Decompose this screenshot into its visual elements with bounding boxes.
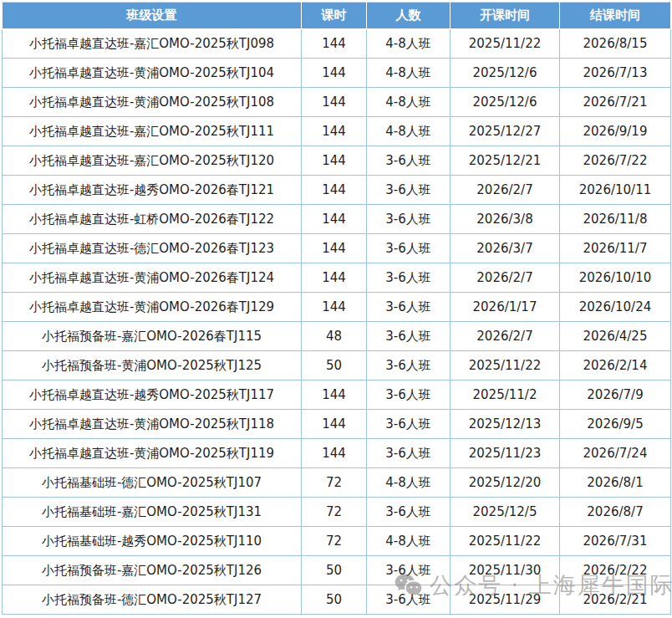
class-name-cell: 小托福卓越直达班-虹桥OMO-2026春TJ122 (3, 205, 302, 234)
end-date-cell: 2026/7/9 (560, 381, 671, 410)
start-date-cell: 2025/12/13 (451, 410, 560, 439)
end-date-cell: 2026/7/31 (560, 527, 671, 556)
table-row: 小托福卓越直达班-黄浦OMO-2025秋TJ1181443-6人班2025/12… (3, 410, 671, 439)
end-date-cell: 2026/11/8 (560, 205, 671, 234)
hours-cell: 144 (302, 88, 367, 117)
table-row: 小托福卓越直达班-虹桥OMO-2026春TJ1221443-6人班2026/3/… (3, 205, 671, 234)
class-size-cell: 3-6人班 (367, 322, 451, 351)
hours-cell: 144 (302, 59, 367, 88)
class-schedule-table: 班级设置课时人数开课时间结课时间 小托福卓越直达班-嘉汇OMO-2025秋TJ0… (2, 2, 671, 615)
class-size-cell: 4-8人班 (367, 117, 451, 146)
class-size-cell: 3-6人班 (367, 351, 451, 381)
start-date-cell: 2026/3/7 (451, 234, 560, 263)
start-date-cell: 2026/2/7 (451, 263, 560, 293)
class-name-cell: 小托福预备班-德汇OMO-2025秋TJ127 (3, 585, 302, 615)
class-size-cell: 3-6人班 (367, 410, 451, 439)
end-date-cell: 2026/10/11 (560, 176, 671, 205)
table-row: 小托福预备班-德汇OMO-2025秋TJ127503-6人班2025/11/29… (3, 585, 671, 615)
start-date-cell: 2026/2/7 (451, 176, 560, 205)
class-size-cell: 4-8人班 (367, 527, 451, 556)
class-size-cell: 3-6人班 (367, 176, 451, 205)
end-date-cell: 2026/7/13 (560, 59, 671, 88)
table-row: 小托福卓越直达班-黄浦OMO-2026春TJ1291443-6人班2026/1/… (3, 293, 671, 322)
hours-cell: 72 (302, 527, 367, 556)
start-date-cell: 2025/11/22 (451, 29, 560, 59)
end-date-cell: 2026/7/21 (560, 88, 671, 117)
column-header-hours: 课时 (302, 3, 367, 29)
class-size-cell: 3-6人班 (367, 439, 451, 468)
hours-cell: 144 (302, 439, 367, 468)
column-header-class-name: 班级设置 (3, 3, 302, 29)
class-size-cell: 4-8人班 (367, 59, 451, 88)
start-date-cell: 2025/12/20 (451, 468, 560, 498)
class-size-cell: 3-6人班 (367, 205, 451, 234)
class-size-cell: 3-6人班 (367, 146, 451, 176)
table-row: 小托福卓越直达班-越秀OMO-2026春TJ1211443-6人班2026/2/… (3, 176, 671, 205)
class-name-cell: 小托福卓越直达班-越秀OMO-2025秋TJ117 (3, 381, 302, 410)
class-size-cell: 3-6人班 (367, 234, 451, 263)
hours-cell: 144 (302, 234, 367, 263)
end-date-cell: 2026/7/24 (560, 439, 671, 468)
start-date-cell: 2025/11/30 (451, 556, 560, 585)
hours-cell: 50 (302, 351, 367, 381)
hours-cell: 144 (302, 117, 367, 146)
table-row: 小托福预备班-嘉汇OMO-2026春TJ115483-6人班2026/2/720… (3, 322, 671, 351)
start-date-cell: 2025/11/22 (451, 527, 560, 556)
hours-cell: 144 (302, 293, 367, 322)
class-name-cell: 小托福卓越直达班-黄浦OMO-2025秋TJ118 (3, 410, 302, 439)
class-name-cell: 小托福卓越直达班-嘉汇OMO-2025秋TJ098 (3, 29, 302, 59)
hours-cell: 144 (302, 29, 367, 59)
end-date-cell: 2026/9/5 (560, 410, 671, 439)
end-date-cell: 2026/2/14 (560, 351, 671, 381)
class-name-cell: 小托福基础班-嘉汇OMO-2025秋TJ131 (3, 498, 302, 527)
start-date-cell: 2025/12/5 (451, 498, 560, 527)
class-size-cell: 3-6人班 (367, 498, 451, 527)
table-body: 小托福卓越直达班-嘉汇OMO-2025秋TJ0981444-8人班2025/11… (3, 29, 671, 615)
hours-cell: 144 (302, 176, 367, 205)
class-name-cell: 小托福卓越直达班-黄浦OMO-2025秋TJ104 (3, 59, 302, 88)
class-name-cell: 小托福卓越直达班-嘉汇OMO-2025秋TJ120 (3, 146, 302, 176)
class-size-cell: 4-8人班 (367, 29, 451, 59)
hours-cell: 50 (302, 585, 367, 615)
hours-cell: 48 (302, 322, 367, 351)
class-size-cell: 3-6人班 (367, 585, 451, 615)
schedule-page: 班级设置课时人数开课时间结课时间 小托福卓越直达班-嘉汇OMO-2025秋TJ0… (0, 0, 672, 618)
class-size-cell: 4-8人班 (367, 88, 451, 117)
hours-cell: 72 (302, 468, 367, 498)
table-row: 小托福卓越直达班-德汇OMO-2026春TJ1231443-6人班2026/3/… (3, 234, 671, 263)
start-date-cell: 2025/12/6 (451, 88, 560, 117)
class-name-cell: 小托福卓越直达班-黄浦OMO-2026春TJ124 (3, 263, 302, 293)
table-row: 小托福卓越直达班-嘉汇OMO-2025秋TJ1201443-6人班2025/12… (3, 146, 671, 176)
class-size-cell: 3-6人班 (367, 556, 451, 585)
end-date-cell: 2026/2/21 (560, 585, 671, 615)
hours-cell: 50 (302, 556, 367, 585)
column-header-class-size: 人数 (367, 3, 451, 29)
table-row: 小托福预备班-黄浦OMO-2025秋TJ125503-6人班2025/11/22… (3, 351, 671, 381)
hours-cell: 144 (302, 263, 367, 293)
end-date-cell: 2026/8/15 (560, 29, 671, 59)
class-size-cell: 3-6人班 (367, 263, 451, 293)
class-name-cell: 小托福卓越直达班-德汇OMO-2026春TJ123 (3, 234, 302, 263)
end-date-cell: 2026/4/25 (560, 322, 671, 351)
end-date-cell: 2026/2/22 (560, 556, 671, 585)
start-date-cell: 2025/11/22 (451, 351, 560, 381)
hours-cell: 144 (302, 146, 367, 176)
class-name-cell: 小托福基础班-德汇OMO-2025秋TJ107 (3, 468, 302, 498)
end-date-cell: 2026/7/22 (560, 146, 671, 176)
table-row: 小托福卓越直达班-黄浦OMO-2025秋TJ1041444-8人班2025/12… (3, 59, 671, 88)
table-row: 小托福基础班-德汇OMO-2025秋TJ107724-8人班2025/12/20… (3, 468, 671, 498)
table-row: 小托福基础班-越秀OMO-2025秋TJ110724-8人班2025/11/22… (3, 527, 671, 556)
class-name-cell: 小托福卓越直达班-嘉汇OMO-2025秋TJ111 (3, 117, 302, 146)
start-date-cell: 2025/11/23 (451, 439, 560, 468)
class-name-cell: 小托福预备班-嘉汇OMO-2026春TJ115 (3, 322, 302, 351)
end-date-cell: 2026/8/1 (560, 468, 671, 498)
hours-cell: 72 (302, 498, 367, 527)
header-row: 班级设置课时人数开课时间结课时间 (3, 3, 671, 29)
end-date-cell: 2026/10/10 (560, 263, 671, 293)
start-date-cell: 2026/3/8 (451, 205, 560, 234)
table-row: 小托福预备班-嘉汇OMO-2025秋TJ126503-6人班2025/11/30… (3, 556, 671, 585)
table-row: 小托福基础班-嘉汇OMO-2025秋TJ131723-6人班2025/12/52… (3, 498, 671, 527)
start-date-cell: 2025/11/29 (451, 585, 560, 615)
end-date-cell: 2026/9/19 (560, 117, 671, 146)
hours-cell: 144 (302, 381, 367, 410)
